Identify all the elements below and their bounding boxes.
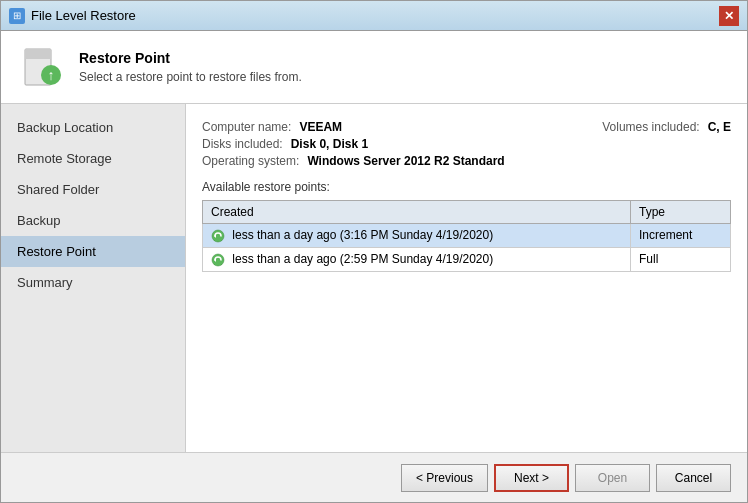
computer-name-label: Computer name: bbox=[202, 120, 291, 134]
header-section: ↑ Restore Point Select a restore point t… bbox=[1, 31, 747, 104]
os-info-row: Operating system: Windows Server 2012 R2… bbox=[202, 154, 731, 168]
created-cell-1: less than a day ago (3:16 PM Sunday 4/19… bbox=[203, 224, 631, 248]
footer: < Previous Next > Open Cancel bbox=[1, 452, 747, 502]
open-button[interactable]: Open bbox=[575, 464, 650, 492]
restore-point-icon-2 bbox=[211, 253, 225, 267]
main-window: ⊞ File Level Restore ✕ ↑ Restore Point S… bbox=[0, 0, 748, 503]
restore-point-icon-1 bbox=[211, 229, 225, 243]
next-button[interactable]: Next > bbox=[494, 464, 569, 492]
sidebar: Backup Location Remote Storage Shared Fo… bbox=[1, 104, 186, 452]
volumes-value: C, E bbox=[708, 120, 731, 134]
created-cell-2: less than a day ago (2:59 PM Sunday 4/19… bbox=[203, 247, 631, 271]
sidebar-item-shared-folder[interactable]: Shared Folder bbox=[1, 174, 185, 205]
close-button[interactable]: ✕ bbox=[719, 6, 739, 26]
os-value: Windows Server 2012 R2 Standard bbox=[307, 154, 504, 168]
main-content: Computer name: VEEAM Volumes included: C… bbox=[186, 104, 747, 452]
svg-point-6 bbox=[212, 254, 224, 266]
disks-info-row: Disks included: Disk 0, Disk 1 bbox=[202, 137, 731, 151]
previous-button[interactable]: < Previous bbox=[401, 464, 488, 492]
restore-point-icon: ↑ bbox=[19, 45, 63, 89]
sidebar-item-backup[interactable]: Backup bbox=[1, 205, 185, 236]
window-icon: ⊞ bbox=[9, 8, 25, 24]
os-label: Operating system: bbox=[202, 154, 299, 168]
sidebar-item-remote-storage[interactable]: Remote Storage bbox=[1, 143, 185, 174]
volumes-label: Volumes included: bbox=[602, 120, 699, 134]
col-created: Created bbox=[203, 201, 631, 224]
sidebar-item-restore-point[interactable]: Restore Point bbox=[1, 236, 185, 267]
title-bar: ⊞ File Level Restore ✕ bbox=[1, 1, 747, 31]
svg-rect-1 bbox=[25, 49, 51, 59]
sidebar-item-backup-location[interactable]: Backup Location bbox=[1, 112, 185, 143]
table-row[interactable]: less than a day ago (2:59 PM Sunday 4/19… bbox=[203, 247, 731, 271]
computer-name-value: VEEAM bbox=[299, 120, 342, 134]
disks-value: Disk 0, Disk 1 bbox=[291, 137, 368, 151]
type-cell-1: Increment bbox=[631, 224, 731, 248]
svg-text:↑: ↑ bbox=[48, 67, 55, 83]
available-label: Available restore points: bbox=[202, 180, 731, 194]
type-cell-2: Full bbox=[631, 247, 731, 271]
header-text: Restore Point Select a restore point to … bbox=[79, 50, 302, 84]
svg-point-4 bbox=[212, 230, 224, 242]
header-title: Restore Point bbox=[79, 50, 302, 66]
col-type: Type bbox=[631, 201, 731, 224]
computer-info-row: Computer name: VEEAM Volumes included: C… bbox=[202, 120, 731, 134]
table-row[interactable]: less than a day ago (3:16 PM Sunday 4/19… bbox=[203, 224, 731, 248]
header-description: Select a restore point to restore files … bbox=[79, 70, 302, 84]
cancel-button[interactable]: Cancel bbox=[656, 464, 731, 492]
window-title: File Level Restore bbox=[31, 8, 136, 23]
header-icon-container: ↑ bbox=[17, 43, 65, 91]
title-bar-left: ⊞ File Level Restore bbox=[9, 8, 136, 24]
content-area: Backup Location Remote Storage Shared Fo… bbox=[1, 104, 747, 452]
sidebar-item-summary[interactable]: Summary bbox=[1, 267, 185, 298]
disks-label: Disks included: bbox=[202, 137, 283, 151]
restore-points-table: Created Type bbox=[202, 200, 731, 272]
